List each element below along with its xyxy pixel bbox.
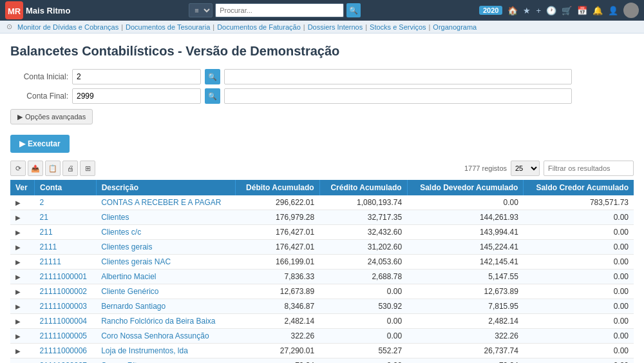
conta-final-desc-input[interactable] bbox=[224, 88, 572, 104]
expand-arrow[interactable]: ▶ bbox=[15, 318, 21, 325]
cell-debito: 176,979.28 bbox=[235, 210, 319, 225]
cell-descricao[interactable]: CONTAS A RECEBER E A PAGAR bbox=[96, 195, 235, 210]
expand-arrow[interactable]: ▶ bbox=[15, 273, 21, 280]
conta-final-search-button[interactable]: 🔍 bbox=[205, 88, 220, 104]
bell-icon[interactable]: 🔔 bbox=[592, 6, 603, 15]
cell-conta[interactable]: 21 bbox=[35, 210, 97, 225]
toolbar-right: 1777 registos 25 50 100 bbox=[464, 161, 634, 176]
cell-debito: 2,482.14 bbox=[235, 314, 319, 329]
star-icon[interactable]: ★ bbox=[523, 6, 531, 15]
search-input[interactable] bbox=[215, 3, 344, 17]
cart-icon[interactable]: 🛒 bbox=[562, 6, 572, 15]
breadcrumb-link-stocks[interactable]: Stocks e Serviços bbox=[370, 23, 426, 31]
toolbar-copy-button[interactable]: 📋 bbox=[45, 161, 61, 176]
cell-ver[interactable]: ▶ bbox=[10, 344, 35, 358]
conta-final-input[interactable] bbox=[72, 88, 201, 104]
breadcrumb-link-dossiers[interactable]: Dossiers Internos bbox=[308, 23, 363, 31]
expand-arrow[interactable]: ▶ bbox=[15, 199, 21, 206]
cell-saldo-devedor: 7,815.95 bbox=[407, 299, 524, 314]
home-icon[interactable]: 🏠 bbox=[507, 6, 518, 15]
expand-arrow[interactable]: ▶ bbox=[15, 214, 21, 221]
toolbar-columns-button[interactable]: ⊞ bbox=[80, 161, 95, 176]
toolbar-print-button[interactable]: 🖨 bbox=[62, 161, 78, 176]
cell-descricao[interactable]: Rancho Folclórico da Beira Baixa bbox=[96, 314, 235, 329]
cell-conta[interactable]: 21111000005 bbox=[35, 329, 97, 344]
cell-ver[interactable]: ▶ bbox=[10, 210, 35, 225]
user-circle-icon[interactable]: 👤 bbox=[608, 6, 618, 15]
cell-ver[interactable]: ▶ bbox=[10, 195, 35, 210]
breadcrumb-link-faturacao[interactable]: Documentos de Faturação bbox=[217, 23, 301, 31]
conta-inicial-desc-input[interactable] bbox=[224, 69, 572, 84]
plus-icon[interactable]: + bbox=[536, 6, 541, 15]
col-credito[interactable]: Crédito Acumulado bbox=[319, 180, 407, 195]
cell-descricao[interactable]: Coro Nossa Senhora Assunção bbox=[96, 329, 235, 344]
year-selector[interactable]: 2020 bbox=[479, 6, 502, 15]
col-descricao[interactable]: Descrição bbox=[96, 180, 235, 195]
cell-ver[interactable]: ▶ bbox=[10, 314, 35, 329]
conta-inicial-input[interactable] bbox=[72, 69, 201, 84]
expand-arrow[interactable]: ▶ bbox=[15, 333, 21, 340]
cell-conta[interactable]: 21111000006 bbox=[35, 344, 97, 358]
conta-inicial-search-button[interactable]: 🔍 bbox=[205, 69, 220, 84]
cell-ver[interactable]: ▶ bbox=[10, 299, 35, 314]
app-logo[interactable]: MR Mais Ritmo bbox=[5, 1, 70, 19]
filter-input[interactable] bbox=[544, 161, 634, 176]
cell-descricao[interactable]: Sons e Ritmos bbox=[96, 358, 235, 364]
col-debito[interactable]: Débito Acumulado bbox=[235, 180, 319, 195]
avatar[interactable] bbox=[623, 3, 639, 18]
cell-conta[interactable]: 2 bbox=[35, 195, 97, 210]
per-page-select[interactable]: 25 50 100 bbox=[511, 161, 540, 176]
cell-ver[interactable]: ▶ bbox=[10, 270, 35, 284]
cell-debito: 79.34 bbox=[235, 358, 319, 364]
options-advanced-button[interactable]: ▶ Opções avançadas bbox=[10, 109, 93, 124]
breadcrumb-link-organograma[interactable]: Organograma bbox=[433, 23, 477, 31]
expand-arrow[interactable]: ▶ bbox=[15, 259, 21, 266]
table-row: ▶ 21111 Clientes gerais NAC 166,199.01 2… bbox=[10, 255, 634, 270]
clock-icon[interactable]: 🕐 bbox=[546, 6, 556, 15]
cell-conta[interactable]: 2111 bbox=[35, 240, 97, 255]
cell-conta[interactable]: 21111000003 bbox=[35, 299, 97, 314]
cell-descricao[interactable]: Clientes c/c bbox=[96, 225, 235, 240]
cell-descricao[interactable]: Clientes gerais bbox=[96, 240, 235, 255]
cell-conta[interactable]: 21111000001 bbox=[35, 270, 97, 284]
expand-arrow[interactable]: ▶ bbox=[15, 244, 21, 251]
execute-button[interactable]: ▶ Executar bbox=[10, 135, 70, 153]
cell-conta[interactable]: 21111000004 bbox=[35, 314, 97, 329]
cell-saldo-credor: 0.00 bbox=[524, 270, 634, 284]
cell-conta[interactable]: 21111000002 bbox=[35, 284, 97, 299]
cell-conta[interactable]: 21111000007 bbox=[35, 358, 97, 364]
breadcrumb-link-monitor[interactable]: Monitor de Dívidas e Cobranças bbox=[17, 23, 118, 31]
cell-conta[interactable]: 211 bbox=[35, 225, 97, 240]
cell-ver[interactable]: ▶ bbox=[10, 225, 35, 240]
cell-descricao[interactable]: Loja de Instrumentos, lda bbox=[96, 344, 235, 358]
col-conta[interactable]: Conta bbox=[35, 180, 97, 195]
breadcrumb-link-tesouraria[interactable]: Documentos de Tesouraria bbox=[126, 23, 210, 31]
cell-ver[interactable]: ▶ bbox=[10, 284, 35, 299]
calendar-icon[interactable]: 📅 bbox=[577, 6, 587, 15]
cell-descricao[interactable]: Albertino Maciel bbox=[96, 270, 235, 284]
cell-descricao[interactable]: Clientes bbox=[96, 210, 235, 225]
cell-descricao[interactable]: Bernardo Santiago bbox=[96, 299, 235, 314]
cell-conta[interactable]: 21111 bbox=[35, 255, 97, 270]
cell-saldo-devedor: 26,737.74 bbox=[407, 344, 524, 358]
cell-descricao[interactable]: Cliente Genérico bbox=[96, 284, 235, 299]
breadcrumb-bar: ⊙ Monitor de Dívidas e Cobranças | Docum… bbox=[0, 21, 644, 34]
expand-arrow[interactable]: ▶ bbox=[15, 288, 21, 295]
cell-saldo-credor: 783,571.73 bbox=[524, 195, 634, 210]
conta-inicial-label: Conta Inicial: bbox=[10, 72, 68, 81]
cell-ver[interactable]: ▶ bbox=[10, 358, 35, 364]
table-row: ▶ 2 CONTAS A RECEBER E A PAGAR 296,622.0… bbox=[10, 195, 634, 210]
toolbar-export-button[interactable]: 📤 bbox=[28, 161, 43, 176]
toolbar-refresh-button[interactable]: ⟳ bbox=[10, 161, 26, 176]
expand-arrow[interactable]: ▶ bbox=[15, 303, 21, 310]
search-button[interactable]: 🔍 bbox=[346, 3, 361, 17]
col-saldo-devedor[interactable]: Saldo Devedor Acumulado bbox=[407, 180, 524, 195]
col-saldo-credor[interactable]: Saldo Credor Acumulado bbox=[524, 180, 634, 195]
cell-ver[interactable]: ▶ bbox=[10, 329, 35, 344]
search-type-select[interactable]: ≡ bbox=[189, 3, 213, 17]
expand-arrow[interactable]: ▶ bbox=[15, 348, 21, 355]
cell-ver[interactable]: ▶ bbox=[10, 240, 35, 255]
cell-descricao[interactable]: Clientes gerais NAC bbox=[96, 255, 235, 270]
expand-arrow[interactable]: ▶ bbox=[15, 229, 21, 236]
cell-ver[interactable]: ▶ bbox=[10, 255, 35, 270]
